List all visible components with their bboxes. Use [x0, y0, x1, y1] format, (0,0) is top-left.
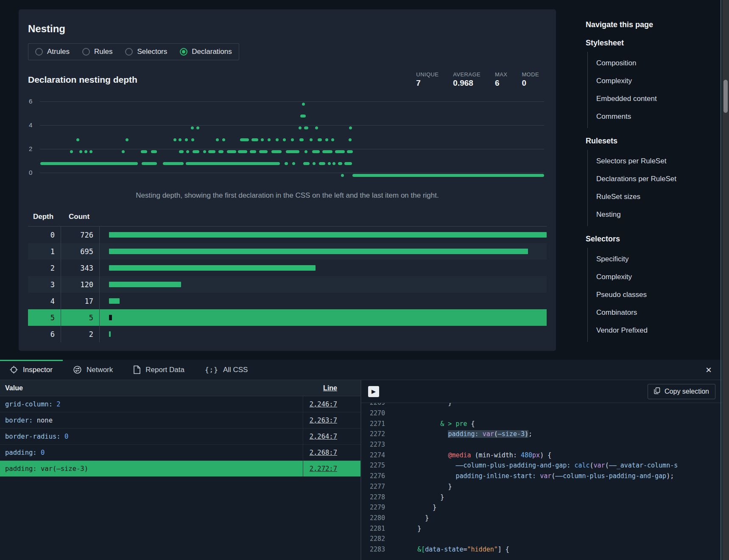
depth-table-row-3[interactable]: 3120 — [28, 276, 547, 293]
copy-icon — [654, 387, 660, 396]
nav-item-comments[interactable]: Comments — [588, 108, 713, 126]
radio-declarations[interactable]: Declarations — [180, 48, 232, 56]
tab-network[interactable]: Network — [63, 360, 123, 380]
page-scrollbar[interactable] — [722, 0, 729, 560]
tab-inspector[interactable]: Inspector — [0, 360, 63, 380]
data-point-run-depth-2 — [122, 150, 125, 153]
data-point-run-depth-1 — [292, 162, 295, 165]
data-point-run-depth-2 — [208, 150, 215, 153]
code-line-2276: 2276 padding-inline-start: var(——column-… — [370, 471, 722, 482]
copy-selection-button[interactable]: Copy selection — [648, 384, 715, 399]
data-point-run-depth-3 — [191, 138, 194, 141]
nav-group: Selectors per RuleSetDeclarations per Ru… — [587, 150, 713, 226]
data-point-run-depth-1 — [186, 162, 280, 165]
data-point-run-depth-0 — [341, 174, 344, 177]
declaration-row[interactable]: border: none2,263:7 — [0, 412, 360, 428]
crosshair-icon — [9, 365, 18, 374]
line-link[interactable]: 2,272:7 — [310, 465, 337, 473]
nav-item-ruleset-sizes[interactable]: RuleSet sizes — [588, 188, 713, 206]
stat-mode: MODE0 — [522, 71, 539, 88]
nav-item-nesting[interactable]: Nesting — [588, 206, 713, 224]
line-cell: 2,263:7 — [303, 417, 360, 424]
radio-atrules[interactable]: Atrules — [35, 48, 70, 56]
code-viewer[interactable]: 2269 }22702271 & > pre {2272 padding: va… — [361, 403, 722, 560]
declaration-row[interactable]: grid-column: 22,246:7 — [0, 396, 360, 412]
line-number: 2276 — [370, 472, 386, 480]
radio-rules[interactable]: Rules — [82, 48, 112, 56]
code-line-2281: 2281 } — [370, 523, 722, 534]
radio-circle-icon — [35, 48, 43, 56]
depth-table-row-6[interactable]: 62 — [28, 326, 547, 342]
data-point-run-depth-2 — [218, 150, 223, 153]
data-point-run-depth-2 — [271, 150, 282, 153]
data-point-run-depth-3 — [331, 138, 334, 141]
panel-toggle-icon[interactable]: ▶ — [368, 386, 379, 397]
declaration-value-cell: padding: var(—size-3) — [0, 461, 303, 476]
declaration-row[interactable]: padding: 02,268:7 — [0, 445, 360, 461]
y-axis-tick-6: 6 — [29, 98, 36, 105]
scatter-plot-area — [40, 95, 544, 185]
code-line-2278: 2278 } — [370, 492, 722, 502]
line-column-header[interactable]: Line — [303, 384, 360, 392]
tab-label: Inspector — [23, 366, 53, 374]
count-bar-cell — [100, 276, 547, 293]
code-line-2275: 2275 ——column-plus-padding-and-gap: calc… — [370, 460, 722, 471]
nav-item-declarations-per-ruleset[interactable]: Declarations per RuleSet — [588, 170, 713, 188]
radio-label: Atrules — [47, 48, 70, 56]
depth-table-row-0[interactable]: 0726 — [28, 227, 547, 243]
data-point-run-depth-1 — [332, 162, 335, 165]
line-number: 2283 — [370, 546, 386, 553]
nav-group: CompositionComplexityEmbedded contentCom… — [587, 52, 713, 128]
tab-report-data[interactable]: Report Data — [123, 360, 195, 380]
line-link[interactable]: 2,268:7 — [310, 449, 337, 456]
nav-item-complexity[interactable]: Complexity — [588, 72, 713, 90]
nav-item-complexity[interactable]: Complexity — [588, 268, 713, 286]
data-point-run-depth-3 — [268, 138, 271, 141]
braces-icon: {;} — [205, 366, 218, 374]
declaration-row[interactable]: padding: var(—size-3)2,272:7 — [0, 461, 360, 477]
depth-table-row-2[interactable]: 2343 — [28, 260, 547, 276]
declaration-row[interactable]: border-radius: 02,264:7 — [0, 428, 360, 445]
data-point-run-depth-1 — [319, 162, 325, 165]
data-point-run-depth-1 — [313, 162, 316, 165]
radio-selectors[interactable]: Selectors — [125, 48, 167, 56]
nav-heading-rulesets[interactable]: Rulesets — [586, 137, 713, 146]
line-number: 2272 — [370, 430, 386, 438]
nav-group: SpecificityComplexityPseudo classesCombi… — [587, 248, 713, 342]
depth-table-row-1[interactable]: 1695 — [28, 243, 547, 260]
nav-item-combinators[interactable]: Combinators — [588, 304, 713, 322]
data-point-run-depth-3 — [310, 138, 313, 141]
line-number: 2281 — [370, 525, 386, 532]
tab-all-css[interactable]: {;}All CSS — [195, 360, 258, 380]
declaration-value-cell: padding: 0 — [0, 445, 303, 460]
line-link[interactable]: 2,264:7 — [310, 433, 337, 440]
nav-heading-selectors[interactable]: Selectors — [586, 235, 713, 244]
nav-item-composition[interactable]: Composition — [588, 54, 713, 72]
nav-item-vendor-prefixed[interactable]: Vendor Prefixed — [588, 322, 713, 339]
line-link[interactable]: 2,246:7 — [310, 400, 337, 408]
data-point-run-depth-2 — [179, 150, 184, 153]
code-line-2270: 2270 — [370, 408, 722, 419]
scrollbar-thumb[interactable] — [723, 80, 728, 113]
count-bar-cell — [100, 260, 547, 276]
nav-heading-stylesheet[interactable]: Stylesheet — [586, 39, 713, 48]
count-bar-cell — [100, 293, 547, 309]
code-line-2282: 2282 — [370, 534, 722, 544]
radio-label: Selectors — [137, 48, 167, 56]
data-point-run-depth-1 — [163, 162, 184, 165]
nav-item-selectors-per-ruleset[interactable]: Selectors per RuleSet — [588, 152, 713, 170]
line-link[interactable]: 2,263:7 — [310, 417, 337, 424]
nav-item-specificity[interactable]: Specificity — [588, 250, 713, 268]
depth-table-row-4[interactable]: 417 — [28, 293, 547, 309]
data-point-run-depth-3 — [291, 138, 294, 141]
nav-item-pseudo-classes[interactable]: Pseudo classes — [588, 286, 713, 304]
nav-item-embedded-content[interactable]: Embedded content — [588, 90, 713, 108]
depth-table-row-5[interactable]: 55 — [28, 309, 547, 326]
chart-title: Declaration nesting depth — [28, 75, 137, 85]
depth-cell: 4 — [28, 293, 61, 309]
data-point-run-depth-3 — [179, 138, 182, 141]
count-cell: 695 — [61, 243, 100, 260]
close-icon[interactable]: × — [703, 364, 715, 376]
data-point-run-depth-4 — [349, 126, 352, 129]
data-point-run-depth-3 — [325, 138, 328, 141]
